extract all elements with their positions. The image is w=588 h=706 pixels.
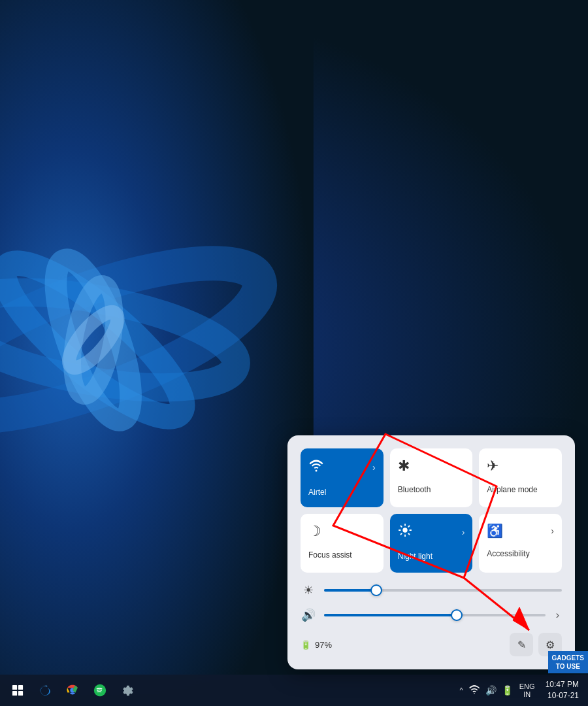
brightness-track — [324, 589, 562, 592]
wifi-label: Airtel — [308, 488, 326, 497]
edit-button[interactable]: ✎ — [510, 633, 533, 656]
taskbar-clock[interactable]: 10:47 PM 10-07-21 — [542, 678, 583, 703]
chrome-taskbar-icon[interactable] — [60, 678, 85, 703]
accessibility-tile[interactable]: ♿ › Accessibility — [479, 514, 562, 573]
airplane-label: Airplane mode — [487, 485, 537, 494]
lang-line1: ENG — [519, 682, 535, 690]
svg-rect-12 — [12, 685, 17, 690]
bluetooth-tile[interactable]: ✱ Bluetooth — [390, 448, 473, 507]
battery-percent: 97% — [315, 640, 332, 650]
volume-arrow[interactable]: › — [553, 607, 562, 624]
system-tray-chevron[interactable]: ^ — [457, 684, 466, 697]
airplane-tile[interactable]: ✈ Airplane mode — [479, 448, 562, 507]
svg-rect-13 — [18, 685, 23, 690]
battery-status: 🔋 97% — [301, 640, 332, 650]
volume-slider[interactable] — [324, 609, 546, 622]
night-light-label: Night light — [398, 552, 433, 561]
edge-taskbar-icon[interactable] — [33, 678, 57, 703]
watermark-line2: TO USE — [552, 662, 584, 671]
taskbar: ^ 🔊 🔋 ENG IN 10:47 PM 10-07-21 — [0, 675, 588, 706]
volume-fill — [324, 614, 457, 616]
battery-icon: 🔋 — [301, 640, 311, 650]
settings-icon: ⚙ — [546, 639, 555, 651]
quick-settings-grid: › Airtel ✱ Bluetooth ✈ Airplane mode ☽ F… — [301, 448, 562, 573]
volume-row: 🔊 › — [301, 607, 562, 624]
svg-rect-15 — [18, 691, 23, 696]
volume-track — [324, 614, 546, 616]
bluetooth-icon: ✱ — [398, 458, 410, 475]
watermark: GADGETS TO USE — [548, 651, 588, 673]
watermark-line1: GADGETS — [552, 654, 584, 662]
wifi-icon — [308, 458, 324, 477]
taskbar-battery-icon[interactable]: 🔋 — [502, 685, 513, 696]
taskbar-left — [5, 678, 140, 703]
taskbar-right: ^ 🔊 🔋 ENG IN 10:47 PM 10-07-21 — [457, 678, 583, 703]
focus-assist-icon: ☽ — [308, 523, 321, 540]
brightness-icon: ☀ — [301, 583, 316, 597]
clock-time: 10:47 PM — [546, 679, 579, 690]
wallpaper-swirl — [0, 0, 320, 680]
wifi-tile[interactable]: › Airtel — [301, 448, 384, 507]
svg-point-7 — [316, 470, 318, 472]
quick-settings-panel: › Airtel ✱ Bluetooth ✈ Airplane mode ☽ F… — [287, 435, 575, 669]
brightness-thumb[interactable] — [370, 584, 382, 596]
svg-point-18 — [474, 693, 475, 694]
taskbar-wifi-icon[interactable] — [468, 683, 480, 698]
brightness-row: ☀ — [301, 583, 562, 597]
settings-taskbar-icon[interactable] — [115, 678, 140, 703]
focus-assist-tile[interactable]: ☽ Focus assist — [301, 514, 384, 573]
night-light-arrow[interactable]: › — [462, 527, 465, 537]
volume-thumb[interactable] — [451, 609, 463, 621]
start-button[interactable] — [5, 678, 30, 703]
airplane-icon: ✈ — [487, 458, 498, 475]
clock-date: 10-07-21 — [546, 690, 579, 701]
lang-line2: IN — [519, 690, 535, 698]
accessibility-arrow[interactable]: › — [551, 526, 554, 536]
brightness-slider[interactable] — [324, 584, 562, 597]
accessibility-icon: ♿ — [487, 523, 503, 539]
taskbar-volume-icon[interactable]: 🔊 — [485, 685, 497, 696]
qs-bottom-bar: 🔋 97% ✎ ⚙ — [301, 633, 562, 656]
spotify-taskbar-icon[interactable] — [88, 678, 112, 703]
system-tray-icons: 🔊 🔋 — [468, 683, 513, 698]
night-light-icon — [398, 523, 412, 541]
wifi-arrow[interactable]: › — [372, 462, 376, 473]
volume-icon: 🔊 — [301, 608, 316, 622]
svg-rect-14 — [12, 691, 17, 696]
edit-icon: ✎ — [517, 639, 526, 651]
bluetooth-label: Bluetooth — [398, 485, 431, 494]
svg-point-8 — [402, 528, 407, 532]
night-light-tile[interactable]: › Night light — [390, 514, 473, 573]
focus-assist-label: Focus assist — [308, 550, 352, 560]
brightness-fill — [324, 589, 376, 592]
accessibility-label: Accessibility — [487, 549, 529, 558]
language-indicator[interactable]: ENG IN — [515, 681, 539, 699]
